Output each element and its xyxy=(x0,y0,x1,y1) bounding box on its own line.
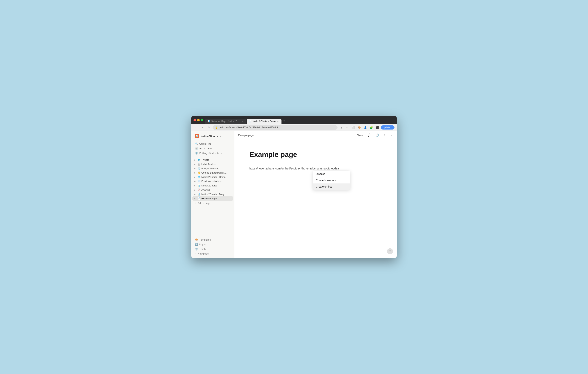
color-toolbar-button[interactable]: 🎨 xyxy=(357,125,362,130)
sidebar-page-tweets[interactable]: ▶ 🐦 Tweets xyxy=(192,158,233,162)
search-icon: 🔍 xyxy=(195,142,198,145)
sidebar-item-import[interactable]: ⬇️ Import xyxy=(192,242,233,247)
sidebar-item-all-updates[interactable]: 🕐 All Updates xyxy=(192,146,233,151)
page-blog-emoji: 📊 xyxy=(197,193,201,196)
tab-2-label: Notion2Charts – Demo xyxy=(253,120,275,123)
sidebar-item-trash[interactable]: 🗑️ Trash xyxy=(192,247,233,251)
pip-toolbar-button[interactable]: ⬜ xyxy=(351,125,356,130)
sidebar-page-budget-label: Budget Planning xyxy=(201,167,232,170)
sidebar-page-email-label: Email submissions xyxy=(201,180,232,183)
browser-chrome: 📊 Sales per Rep: | Notion2Charts ✕ 📄 Not… xyxy=(191,116,397,124)
page-email-emoji: 📧 xyxy=(197,180,201,183)
breadcrumb: Example page xyxy=(238,134,254,137)
sidebar-page-notion2charts[interactable]: ▶ 📊 Notion2Charts xyxy=(192,183,233,188)
workspace-header[interactable]: 📊 Notion2Charts ⌄ xyxy=(192,133,233,139)
new-page-plus-icon: + xyxy=(195,252,197,255)
tab-expand-button[interactable]: ⌄ xyxy=(390,119,395,124)
more-button[interactable]: ··· xyxy=(389,133,393,137)
traffic-light-fullscreen[interactable] xyxy=(201,119,203,121)
tab-2-close[interactable]: ✕ xyxy=(277,120,279,123)
extensions-toolbar-button[interactable]: 🧩 xyxy=(369,125,374,130)
toolbar-actions: ↑ ☆ ⬜ 🎨 👤 🧩 ⬛ Update ⌄ xyxy=(339,125,395,130)
traffic-light-close[interactable] xyxy=(193,119,196,121)
add-page-label: Add a page xyxy=(198,202,210,204)
lock-icon: 🔒 xyxy=(215,126,218,129)
sidebar-page-n2c-blog[interactable]: ▶ 📊 Notion2Charts - Blog xyxy=(192,192,233,196)
sidebar-page-example-label: Example page xyxy=(201,197,232,200)
sidebar-page-email-submissions[interactable]: ▶ 📧 Email submissions xyxy=(192,179,233,183)
back-button[interactable]: ‹ xyxy=(193,125,198,130)
templates-icon: 🎨 xyxy=(195,238,198,241)
sidebar-page-example[interactable]: ▶ 📄 Example page xyxy=(192,196,233,201)
comment-button[interactable]: 💬 xyxy=(367,133,372,137)
sidebar-bottom: 🎨 Templates ⬇️ Import 🗑️ Trash + New pag… xyxy=(191,235,234,256)
workspace-name: Notion2Charts xyxy=(201,135,218,138)
page-body: Example page Dismiss Create bookmark Cre… xyxy=(234,139,397,258)
new-page-button[interactable]: + New page xyxy=(192,251,233,256)
forward-button[interactable]: › xyxy=(200,125,205,130)
sidebar-page-blog-label: Notion2Charts - Blog xyxy=(201,193,232,196)
sidebar-item-quick-find-label: Quick Find xyxy=(199,142,211,145)
page-chevron-icon: ▶ xyxy=(194,163,197,165)
workspace-chevron-icon: ⌄ xyxy=(220,135,221,137)
page-analysis-emoji: 📈 xyxy=(197,189,201,191)
context-menu-dismiss[interactable]: Dismiss xyxy=(313,171,350,177)
page-chevron-icon: ▶ xyxy=(194,168,197,170)
sidebar: 📊 Notion2Charts ⌄ 🔍 Quick Find 🕐 All Upd… xyxy=(191,131,234,258)
traffic-lights xyxy=(193,119,203,121)
sidebar-page-notion2charts-demo[interactable]: ▶ 🌐 Notion2Charts - Demo xyxy=(192,175,233,179)
url-input[interactable] xyxy=(249,166,339,171)
main-content: Example page Share 💬 🕐 ☆ ··· Example pag… xyxy=(234,131,397,258)
sidebar-item-templates[interactable]: 🎨 Templates xyxy=(192,237,233,242)
address-field[interactable]: 🔒 notion.so/2charts/5aa64630c6c24869a918… xyxy=(212,125,337,130)
reload-button[interactable]: ↻ xyxy=(206,125,211,130)
add-icon: + xyxy=(195,202,197,204)
sidebar-page-habit-tracker-label: Habit Tracker xyxy=(201,163,232,166)
split-toolbar-button[interactable]: ⬛ xyxy=(375,125,380,130)
help-button[interactable]: ? xyxy=(387,248,393,254)
header-actions: Share 💬 🕐 ☆ ··· xyxy=(355,133,393,137)
new-page-label: New page xyxy=(198,252,209,255)
new-tab-button[interactable]: + xyxy=(282,118,286,123)
url-input-container: Dismiss Create bookmark Create embed xyxy=(249,166,382,171)
sidebar-page-getting-started[interactable]: ▶ 👋 Getting Started with N... xyxy=(192,171,233,175)
page-demo-emoji: 🌐 xyxy=(197,176,201,178)
tab-1-close[interactable]: ✕ xyxy=(242,120,244,123)
traffic-light-minimize[interactable] xyxy=(197,119,200,121)
update-chevron-icon: ⌄ xyxy=(391,126,393,129)
share-toolbar-button[interactable]: ↑ xyxy=(339,125,344,130)
sidebar-item-all-updates-label: All Updates xyxy=(199,147,212,150)
bookmark-toolbar-button[interactable]: ☆ xyxy=(345,125,350,130)
sidebar-item-settings[interactable]: ⚙️ Settings & Members xyxy=(192,151,233,155)
page-getting-started-emoji: 👋 xyxy=(197,171,201,174)
update-button[interactable]: Update ⌄ xyxy=(381,125,395,130)
browser-window: 📊 Sales per Rep: | Notion2Charts ✕ 📄 Not… xyxy=(191,116,397,258)
sidebar-item-import-label: Import xyxy=(199,243,206,246)
browser-tab-2[interactable]: 📄 Notion2Charts – Demo ✕ xyxy=(247,119,282,124)
browser-tab-1[interactable]: 📊 Sales per Rep: | Notion2Charts ✕ xyxy=(205,119,246,124)
sidebar-page-budget-planning[interactable]: ▶ 🗒️ Budget Planning xyxy=(192,166,233,171)
history-button[interactable]: 🕐 xyxy=(375,133,380,137)
sidebar-page-habit-tracker[interactable]: ▶ ♟️ Habit Tracker xyxy=(192,162,233,166)
address-text: notion.so/2charts/5aa64630c6c24869a918e8… xyxy=(219,126,278,129)
share-button[interactable]: Share xyxy=(355,133,365,137)
tab-1-favicon: 📊 xyxy=(208,120,210,123)
profile-toolbar-button[interactable]: 👤 xyxy=(363,125,368,130)
sidebar-page-analysis[interactable]: ▶ 📈 Analysis xyxy=(192,188,233,192)
page-chevron-icon: ▶ xyxy=(194,189,197,191)
page-habit-emoji: ♟️ xyxy=(197,163,201,166)
favorite-button[interactable]: ☆ xyxy=(382,133,387,137)
add-page-button[interactable]: + Add a page xyxy=(192,201,233,205)
page-header: Example page Share 💬 🕐 ☆ ··· xyxy=(234,131,397,139)
context-menu-create-embed[interactable]: Create embed xyxy=(313,183,350,190)
page-title: Example page xyxy=(249,151,382,159)
context-menu-create-bookmark[interactable]: Create bookmark xyxy=(313,177,350,183)
sidebar-item-quick-find[interactable]: 🔍 Quick Find xyxy=(192,142,233,146)
page-chevron-icon: ▶ xyxy=(194,181,197,182)
sidebar-page-tweets-label: Tweets xyxy=(201,158,232,161)
clock-icon: 🕐 xyxy=(195,147,198,150)
page-chevron-icon: ▶ xyxy=(194,193,197,195)
update-label: Update xyxy=(383,126,390,129)
sidebar-item-settings-label: Settings & Members xyxy=(199,152,222,154)
address-bar-row: ‹ › ↻ 🔒 notion.so/2charts/5aa64630c6c248… xyxy=(191,124,397,131)
